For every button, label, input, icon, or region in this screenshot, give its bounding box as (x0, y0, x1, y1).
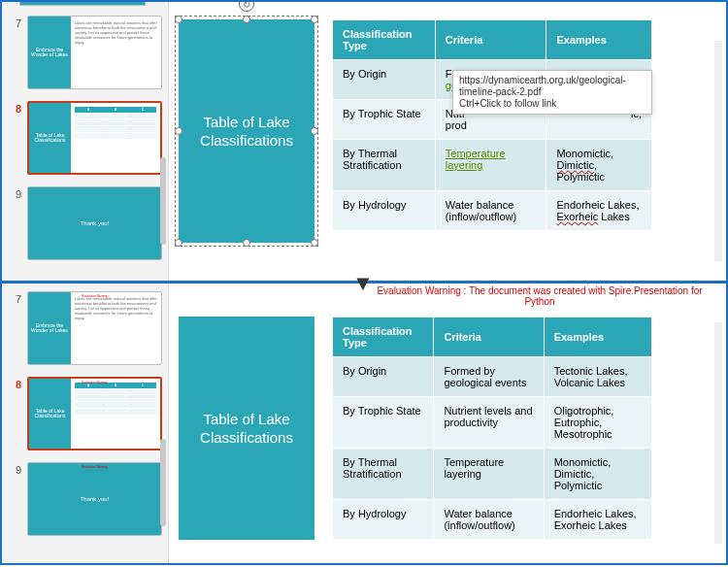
cell: Temperature layering (434, 449, 544, 500)
thumb-title: Thank you! (81, 220, 110, 226)
table-row[interactable]: By Trophic State Nutrient levels and pro… (333, 397, 652, 449)
table-row[interactable]: By Thermal Stratification Temperature la… (333, 140, 652, 191)
selection-border (175, 16, 318, 247)
thumb-eval-warning: Evaluation Warning (28, 465, 161, 469)
title-text-box[interactable]: Table of Lake Classifications (179, 19, 314, 243)
thumb-title: Table of Lake Classifications (31, 133, 69, 144)
cell: By Trophic State (333, 100, 436, 140)
thumb-title: Embrace the Wonder of Lakes (30, 323, 69, 334)
resize-handle-nw[interactable] (175, 16, 182, 23)
resize-handle-sw[interactable] (175, 239, 182, 247)
resize-handle-e[interactable] (311, 127, 318, 135)
cell: Water balance (inflow/outflow) (435, 191, 546, 231)
table-row[interactable]: By Thermal Stratification Temperature la… (333, 449, 652, 500)
hyperlink-tooltip: https://dynamicearth.org.uk/geological-t… (452, 70, 652, 115)
pane-before: 7 Embrace the Wonder of Lakes Lakes are … (0, 0, 728, 282)
thumb-peek-slide-6[interactable] (19, 2, 146, 6)
thumb-slide-7[interactable]: Evaluation Warning Embrace the Wonder of… (27, 291, 162, 365)
resize-handle-w[interactable] (175, 127, 182, 135)
th-examples: Examples (546, 20, 652, 60)
slide-number: 9 (8, 188, 21, 200)
tooltip-url: https://dynamicearth.org.uk/geological-t… (459, 75, 645, 98)
cell: Oligotrophic, Eutrophic, Mesotrophic (544, 397, 651, 449)
link-temperature-layering[interactable]: Temperature layering (446, 148, 506, 171)
cell: Formed by geological events (434, 357, 544, 397)
comparison-container: 7 Embrace the Wonder of Lakes Lakes are … (0, 0, 728, 565)
th-examples: Examples (544, 317, 651, 357)
cell: Water balance (inflow/outflow) (434, 500, 544, 540)
thumb-title: Table of Lake Classifications (31, 409, 69, 419)
slide-number: 9 (8, 464, 21, 476)
thumbnail-scrollbar[interactable] (160, 439, 166, 526)
classification-table[interactable]: Classification Type Criteria Examples By… (332, 19, 652, 231)
table-row[interactable]: By Hydrology Water balance (inflow/outfl… (333, 191, 652, 231)
thumb-slide-8[interactable]: Evaluation Warning Table of Lake Classif… (27, 377, 162, 450)
transform-arrow-icon: ▼ (352, 271, 374, 296)
table-row[interactable]: By Hydrology Water balance (inflow/outfl… (333, 500, 652, 540)
classification-table-wrap: Classification Type Criteria Examples By… (332, 19, 652, 231)
thumb-eval-warning: Evaluation Warning (29, 381, 160, 384)
cell: By Thermal Stratification (333, 449, 434, 500)
slide-editor[interactable]: Evaluation Warning : The document was cr… (169, 284, 726, 563)
cell: Monomictic, Dimictic, Polymictic (546, 140, 652, 191)
th-criteria: Criteria (434, 317, 544, 357)
slide-number: 8 (8, 379, 21, 390)
th-classification-type: Classification Type (333, 317, 434, 357)
spellcheck-word: Exorheic (556, 211, 598, 222)
thumbnail-scrollbar[interactable] (160, 157, 166, 245)
pane-after: 7 Evaluation Warning Embrace the Wonder … (0, 282, 728, 565)
cell: Monomictic, Dimictic, Polymictic (544, 449, 651, 500)
rotate-handle[interactable] (239, 2, 254, 12)
slide-number: 7 (8, 293, 21, 305)
slide-thumbnail-panel[interactable]: 7 Evaluation Warning Embrace the Wonder … (2, 284, 169, 563)
thumb-body-text: Lakes are remarkable natural wonders tha… (75, 20, 157, 45)
thumb-body-text: Lakes are remarkable natural wonders tha… (75, 296, 157, 320)
cell: Endorheic Lakes, Exorheic Lakes (544, 500, 651, 540)
cell: Nutrient levels and productivity (434, 397, 544, 449)
thumb-slide-7[interactable]: Embrace the Wonder of Lakes Lakes are re… (27, 16, 162, 89)
resize-handle-ne[interactable] (311, 16, 318, 23)
slide-editor[interactable]: Table of Lake Classifications Classifica… (169, 2, 726, 281)
resize-handle-s[interactable] (243, 239, 250, 247)
page-edge-shadow (714, 41, 722, 261)
th-classification-type: Classification Type (333, 20, 436, 60)
cell: Temperature layering (435, 140, 546, 191)
thumb-slide-8[interactable]: Table of Lake Classifications ABC ······… (27, 101, 162, 175)
evaluation-warning: Evaluation Warning : The document was cr… (373, 285, 707, 307)
thumb-slide-9[interactable]: Thank you! (27, 186, 162, 260)
cell: By Trophic State (333, 397, 434, 449)
thumb-mini-table: ABC ······ ······ (75, 107, 156, 140)
cell: By Thermal Stratification (333, 140, 436, 191)
th-criteria: Criteria (435, 20, 546, 60)
table-row[interactable]: By Origin Formed by geological events Te… (333, 357, 652, 397)
cell: By Hydrology (333, 500, 434, 540)
cell: Tectonic Lakes, Volcanic Lakes (544, 357, 651, 397)
cell: By Hydrology (333, 191, 436, 231)
resize-handle-n[interactable] (243, 16, 250, 23)
thumb-title: Thank you! (81, 496, 110, 502)
thumb-mini-table: ABC ······ ······ (75, 383, 156, 416)
thumb-slide-9[interactable]: Evaluation Warning Thank you! (27, 462, 162, 536)
page-edge-shadow (714, 322, 722, 544)
cell: By Origin (333, 60, 436, 100)
cell: Endorheic Lakes, Exorheic Lakes (546, 191, 652, 231)
slide-thumbnail-panel[interactable]: 7 Embrace the Wonder of Lakes Lakes are … (2, 2, 169, 281)
slide-number: 7 (8, 17, 21, 29)
thumb-title: Embrace the Wonder of Lakes (30, 48, 69, 58)
resize-handle-se[interactable] (311, 239, 318, 247)
title-text: Table of Lake Classifications (188, 410, 305, 448)
classification-table[interactable]: Classification Type Criteria Examples By… (332, 317, 652, 540)
tooltip-hint: Ctrl+Click to follow link (459, 98, 645, 110)
slide-number: 8 (8, 103, 21, 115)
cell: By Origin (333, 357, 434, 397)
thumb-eval-warning: Evaluation Warning (28, 294, 161, 298)
spellcheck-word: Dimictic (556, 159, 594, 171)
title-text-box[interactable]: Table of Lake Classifications (179, 317, 314, 540)
